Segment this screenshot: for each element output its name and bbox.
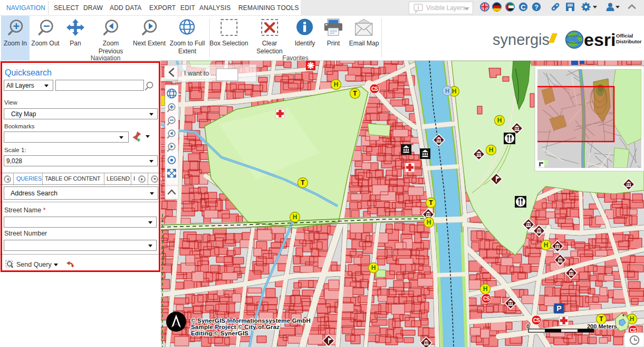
svg-text:T: T <box>429 199 433 207</box>
svg-text:© SynerGIS Informationssysteme: © SynerGIS Informationssysteme GmbH <box>191 317 311 324</box>
svg-text:H: H <box>630 315 635 323</box>
svg-text:Sample Project © City of Graz: Sample Project © City of Graz <box>191 324 280 330</box>
svg-text:CS: CS <box>533 317 540 323</box>
svg-text:synergis: synergis <box>493 31 550 48</box>
svg-text:H: H <box>334 81 339 88</box>
svg-text:C: C <box>521 3 526 11</box>
svg-text:CS: CS <box>371 86 378 92</box>
svg-text:Official: Official <box>616 33 633 39</box>
svg-text:H: H <box>489 146 494 154</box>
svg-text:i: i <box>418 5 419 11</box>
svg-text:0: 0 <box>526 323 530 330</box>
svg-text:P: P <box>556 304 561 313</box>
svg-text:H: H <box>497 117 502 124</box>
svg-text:H: H <box>371 264 376 271</box>
svg-text:Editing © SynerGIS: Editing © SynerGIS <box>191 330 248 336</box>
svg-text:?: ? <box>534 4 539 11</box>
svg-text:H: H <box>544 241 549 249</box>
svg-text:CS: CS <box>630 327 637 333</box>
svg-text:H: H <box>452 88 457 95</box>
svg-text:CS: CS <box>483 296 490 302</box>
svg-text:T: T <box>353 90 357 97</box>
svg-text:esri: esri <box>584 30 616 50</box>
svg-text:T: T <box>301 179 305 186</box>
svg-text:200 Meters: 200 Meters <box>587 323 617 330</box>
svg-text:I want to ...: I want to ... <box>184 70 216 77</box>
svg-text:H: H <box>483 285 488 293</box>
svg-text:T: T <box>599 315 603 323</box>
svg-text:H: H <box>293 213 297 221</box>
svg-text:Distributor: Distributor <box>616 39 642 44</box>
svg-text:H: H <box>445 88 449 94</box>
svg-text:H: H <box>427 219 431 226</box>
